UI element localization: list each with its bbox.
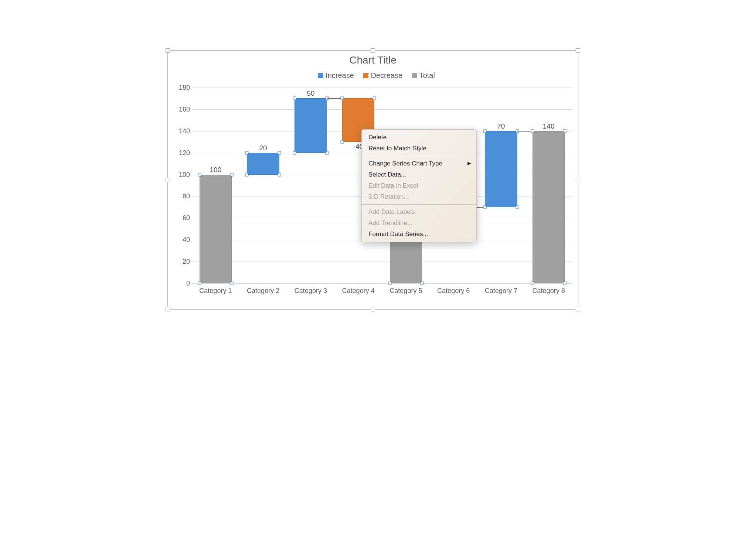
resize-handle-bl[interactable]: [166, 307, 170, 311]
x-tick-label: Category 2: [239, 287, 287, 295]
legend-swatch-decrease: [363, 73, 368, 78]
connector-line: [279, 153, 295, 153]
resize-handle-tr[interactable]: [576, 48, 580, 53]
menu-item[interactable]: Format Data Series...: [362, 229, 476, 240]
legend-label-total: Total: [419, 71, 435, 79]
waterfall-bar[interactable]: [533, 131, 565, 283]
data-label: 100: [193, 166, 238, 174]
menu-item: Add Trendline...: [362, 218, 476, 229]
submenu-arrow-icon: ▶: [467, 160, 471, 166]
x-tick-label: Category 1: [192, 287, 239, 295]
menu-item[interactable]: Select Data...: [362, 169, 476, 180]
legend-swatch-total: [412, 73, 417, 78]
y-tick-label: 40: [173, 236, 190, 244]
series-selection-node[interactable]: [198, 282, 201, 285]
connector-line: [232, 175, 247, 175]
x-tick-label: Category 4: [335, 287, 382, 295]
y-tick-label: 0: [173, 280, 190, 287]
series-selection-node[interactable]: [531, 282, 534, 285]
gridline: [192, 88, 572, 88]
legend-swatch-increase: [318, 73, 323, 78]
y-tick-label: 60: [173, 214, 190, 222]
x-tick-label: Category 5: [382, 287, 429, 295]
gridline: [192, 283, 572, 284]
resize-handle-ml[interactable]: [166, 178, 170, 182]
y-tick-label: 160: [173, 105, 190, 113]
series-selection-node[interactable]: [421, 282, 424, 285]
series-selection-node[interactable]: [245, 173, 249, 176]
data-label: 20: [241, 144, 285, 152]
series-selection-node[interactable]: [563, 282, 567, 285]
waterfall-bar[interactable]: [200, 175, 232, 283]
menu-item[interactable]: Delete: [362, 132, 476, 143]
gridline: [192, 262, 572, 262]
chart-title[interactable]: Chart Title: [168, 54, 578, 66]
resize-handle-bm[interactable]: [371, 307, 375, 311]
canvas: Chart Title Increase Decrease Total 0204…: [140, 7, 605, 362]
series-selection-node[interactable]: [388, 282, 391, 285]
menu-separator: [362, 156, 476, 156]
menu-item: 3-D Rotation...: [362, 191, 476, 202]
series-selection-node[interactable]: [278, 173, 281, 176]
x-tick-label: Category 8: [525, 287, 572, 295]
y-tick-label: 180: [173, 84, 190, 92]
resize-handle-br[interactable]: [576, 307, 580, 311]
waterfall-bar[interactable]: [295, 98, 327, 153]
chart-legend[interactable]: Increase Decrease Total: [168, 71, 578, 80]
series-selection-node[interactable]: [516, 205, 519, 209]
y-tick-label: 120: [173, 149, 190, 157]
resize-handle-mr[interactable]: [576, 178, 580, 182]
y-tick-label: 20: [173, 258, 190, 266]
legend-label-increase: Increase: [326, 71, 354, 79]
y-tick-label: 100: [173, 171, 190, 178]
menu-item[interactable]: Reset to Match Style: [362, 143, 476, 154]
legend-label-decrease: Decrease: [371, 71, 402, 79]
resize-handle-tm[interactable]: [371, 48, 375, 53]
data-label: 70: [479, 122, 523, 130]
y-tick-label: 80: [173, 192, 190, 200]
waterfall-bar[interactable]: [247, 153, 279, 175]
series-selection-node[interactable]: [230, 282, 234, 285]
series-selection-node[interactable]: [373, 97, 376, 100]
gridline: [192, 109, 572, 110]
series-selection-node[interactable]: [483, 205, 487, 209]
context-menu: DeleteReset to Match StyleChange Series …: [361, 129, 477, 242]
resize-handle-tl[interactable]: [166, 48, 170, 53]
connector-line: [327, 98, 342, 99]
data-label: 50: [289, 89, 333, 98]
x-tick-label: Category 3: [287, 287, 334, 295]
menu-item: Add Data Labels: [362, 206, 476, 218]
series-selection-node[interactable]: [340, 97, 344, 100]
series-selection-node[interactable]: [293, 151, 296, 154]
waterfall-bar[interactable]: [485, 131, 517, 207]
x-tick-label: Category 7: [477, 287, 525, 295]
y-tick-label: 140: [173, 127, 190, 135]
menu-item[interactable]: Change Series Chart Type▶: [362, 158, 476, 169]
menu-separator: [362, 204, 476, 205]
menu-item: Edit Data in Excel: [362, 180, 476, 191]
connector-line: [517, 131, 533, 132]
data-label: 140: [527, 122, 571, 130]
x-tick-label: Category 6: [430, 287, 477, 295]
series-selection-node[interactable]: [325, 151, 329, 154]
